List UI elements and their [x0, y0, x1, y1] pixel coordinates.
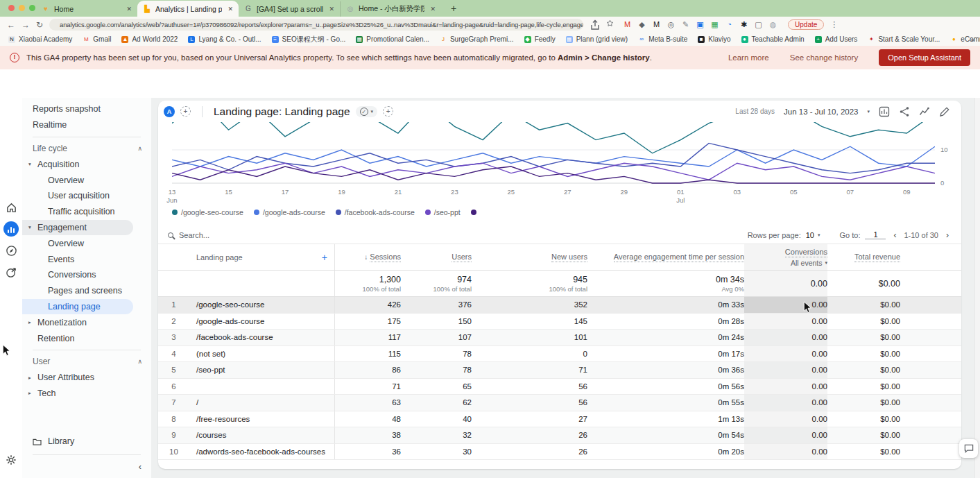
- url-field[interactable]: analytics.google.com/analytics/web/?auth…: [49, 19, 583, 31]
- minimize-window-button[interactable]: [19, 5, 25, 11]
- edit-pencil-icon[interactable]: [939, 106, 950, 117]
- sidebar-item[interactable]: Events: [22, 251, 151, 267]
- extension-icon[interactable]: ◔: [725, 20, 734, 29]
- learn-more-link[interactable]: Learn more: [728, 53, 769, 62]
- expand-caret-icon[interactable]: ▾: [28, 224, 37, 230]
- legend-item[interactable]: [471, 210, 480, 215]
- extension-icon[interactable]: ◍: [768, 20, 777, 29]
- add-column-icon[interactable]: +: [322, 252, 327, 263]
- extension-icon[interactable]: ▦: [710, 20, 719, 29]
- extension-icon[interactable]: M: [652, 20, 661, 29]
- table-search-input[interactable]: Search...: [179, 231, 209, 239]
- sidebar-item[interactable]: ▸ Tech: [22, 386, 151, 402]
- sidebar-item[interactable]: Pages and screens: [22, 283, 151, 299]
- extension-icon[interactable]: ▢: [754, 20, 763, 29]
- sidebar-item[interactable]: Realtime: [22, 117, 151, 133]
- bookmark-item[interactable]: ◆ Feedly: [524, 35, 556, 43]
- advertising-icon[interactable]: [0, 266, 22, 278]
- bookmark-item[interactable]: ▦ Promotional Calen...: [356, 35, 429, 43]
- bookmark-item[interactable]: J SurgeGraph Premi...: [440, 35, 514, 43]
- sidebar-item[interactable]: Conversions: [22, 267, 151, 283]
- scrollbar[interactable]: [974, 98, 980, 478]
- bookmark-item[interactable]: ▦ Plann (grid view): [566, 35, 628, 43]
- revenue-column-header[interactable]: Total revenue: [827, 244, 900, 270]
- extension-icon[interactable]: ▣: [696, 20, 705, 29]
- home-icon[interactable]: [0, 202, 22, 213]
- sidebar-item[interactable]: Retention: [22, 330, 151, 346]
- bookmark-item[interactable]: ✦ Start & Scale Your...: [868, 35, 940, 43]
- bookmarks-overflow-icon[interactable]: »: [970, 35, 974, 44]
- next-page-icon[interactable]: ›: [943, 230, 952, 240]
- goto-page-input[interactable]: 1: [865, 230, 886, 239]
- landing-page-column-header[interactable]: Landing page +: [189, 244, 335, 270]
- table-row[interactable]: 6 71 65 56 0m 56s 0.00 $0.00: [158, 379, 961, 395]
- feedback-chat-button[interactable]: [959, 439, 978, 458]
- bookmark-item[interactable]: ● eCommerce Case...: [950, 35, 980, 43]
- window-controls[interactable]: [8, 5, 35, 11]
- sidebar-item[interactable]: ▾ Acquisition: [22, 156, 151, 172]
- chart-toggle-icon[interactable]: [879, 106, 890, 117]
- expand-caret-icon[interactable]: ▸: [28, 375, 37, 381]
- see-change-history-link[interactable]: See change history: [790, 53, 858, 62]
- browser-tab[interactable]: ▙ Analytics | Landing page: Land ✕: [137, 1, 239, 17]
- collapse-section-icon[interactable]: ∧: [137, 145, 151, 152]
- bookmark-item[interactable]: ≡ SEO课程大纲 - Go...: [272, 35, 346, 44]
- table-row[interactable]: 2 /google-ads-course 175 150 145 0m 28s …: [158, 314, 961, 330]
- sidebar-item[interactable]: User acquisition: [22, 188, 151, 204]
- extension-icon[interactable]: ◆: [637, 20, 646, 29]
- collapse-sidebar-icon[interactable]: ‹: [139, 461, 141, 472]
- table-row[interactable]: 3 /facebook-ads-course 117 107 101 0m 24…: [158, 330, 961, 346]
- dimension-selector[interactable]: ✓ ▾: [356, 106, 378, 117]
- bookmark-item[interactable]: ■ Klaviyo: [698, 35, 730, 43]
- legend-item[interactable]: /seo-ppt: [425, 208, 461, 216]
- insights-icon[interactable]: [919, 106, 930, 117]
- add-metric-icon[interactable]: +: [383, 106, 393, 117]
- table-row[interactable]: 4 (not set) 115 78 0 0m 17s 0.00 $0.00: [158, 346, 961, 363]
- conversions-column-header[interactable]: Conversions All events▾: [744, 244, 827, 270]
- expand-caret-icon[interactable]: ▸: [28, 390, 37, 396]
- table-row[interactable]: 7 / 63 62 56 0m 55s 0.00 $0.00: [158, 395, 961, 411]
- explore-icon[interactable]: [0, 245, 22, 257]
- share-page-icon[interactable]: [590, 19, 601, 31]
- back-button[interactable]: ←: [7, 20, 15, 30]
- browser-menu-icon[interactable]: ⋮: [830, 20, 838, 29]
- browser-tab[interactable]: ♥ Home ✕: [36, 1, 137, 17]
- browser-tab[interactable]: ◎ Home - 小白新势学院 ✕: [340, 1, 441, 17]
- tab-close-icon[interactable]: ✕: [327, 6, 334, 12]
- expand-caret-icon[interactable]: ▾: [28, 161, 37, 167]
- table-row[interactable]: 9 /courses 38 32 26 0m 54s 0.00 $0.00: [158, 427, 961, 444]
- forward-button[interactable]: →: [22, 20, 30, 30]
- table-row[interactable]: 8 /free-resources 48 40 27 1m 13s 0.00 $…: [158, 411, 961, 428]
- extension-icon[interactable]: ✱: [739, 20, 748, 29]
- sidebar-item[interactable]: Reports snapshot: [22, 101, 151, 117]
- bookmark-star-icon[interactable]: [606, 19, 614, 27]
- tab-close-icon[interactable]: ✕: [226, 6, 233, 12]
- sidebar-item[interactable]: Life cycle ∧: [22, 141, 151, 157]
- expand-caret-icon[interactable]: ▸: [28, 319, 37, 325]
- sidebar-item[interactable]: ▸ Monetization: [22, 314, 151, 330]
- bookmark-item[interactable]: L Lyang & Co. - Outl...: [188, 35, 261, 43]
- extension-icon[interactable]: ✎: [681, 20, 690, 29]
- close-window-button[interactable]: [8, 5, 15, 11]
- maximize-window-button[interactable]: [29, 5, 35, 11]
- legend-item[interactable]: /google-seo-course: [172, 208, 243, 216]
- prev-page-icon[interactable]: ‹: [891, 230, 899, 240]
- table-row[interactable]: 1 /google-seo-course 426 376 352 0m 33s …: [158, 297, 961, 314]
- open-setup-assistant-button[interactable]: Open Setup Assistant: [879, 49, 970, 66]
- engagement-column-header[interactable]: Average engagement time per session: [587, 244, 744, 270]
- bookmark-item[interactable]: ∞ Meta B-suite: [638, 35, 687, 43]
- legend-item[interactable]: /facebook-ads-course: [336, 208, 415, 216]
- admin-gear-icon[interactable]: [0, 454, 22, 466]
- users-column-header[interactable]: Users: [401, 244, 472, 270]
- sidebar-item[interactable]: Traffic acquisition: [22, 204, 151, 220]
- sidebar-item[interactable]: User ∧: [22, 354, 151, 370]
- add-comparison-icon[interactable]: +: [180, 106, 191, 117]
- extension-icon[interactable]: ◎: [667, 20, 676, 29]
- new-tab-button[interactable]: +: [451, 3, 456, 14]
- table-row[interactable]: 10 /adwords-seo-facebook-ads-courses 36 …: [158, 444, 961, 461]
- date-range-value[interactable]: Jun 13 - Jul 10, 2023: [784, 108, 858, 116]
- sidebar-item[interactable]: Overview: [22, 172, 151, 188]
- variant-a-badge[interactable]: A: [164, 106, 175, 117]
- tab-close-icon[interactable]: ✕: [125, 6, 132, 12]
- bookmark-item[interactable]: + Add Users: [815, 35, 858, 43]
